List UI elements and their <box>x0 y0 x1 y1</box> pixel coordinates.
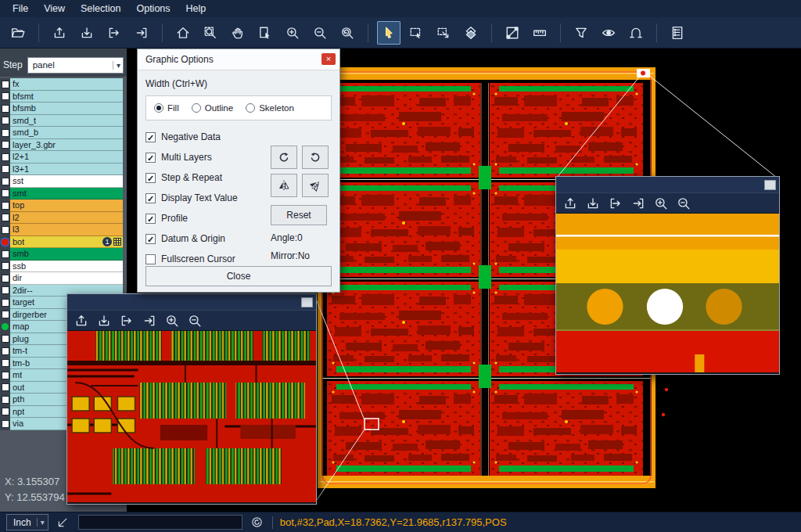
measure-line-icon[interactable] <box>501 21 524 45</box>
layer-color-bar[interactable]: l3 <box>10 224 123 236</box>
zoom-window-icon[interactable] <box>199 21 222 45</box>
layer-visibility-checkbox[interactable] <box>0 297 10 309</box>
select-transform-icon[interactable] <box>432 21 455 45</box>
report-icon[interactable] <box>666 21 689 45</box>
layer-visibility-checkbox[interactable] <box>0 175 10 188</box>
layer-visibility-checkbox[interactable] <box>0 418 10 430</box>
layer-color-bar[interactable]: bfsmb <box>10 102 123 115</box>
layer-row-bot[interactable]: bot1 <box>0 236 127 249</box>
layer-visibility-checkbox[interactable] <box>0 102 10 115</box>
menu-item-help[interactable]: Help <box>178 1 214 16</box>
layer-visibility-checkbox[interactable] <box>0 200 10 212</box>
layer-color-bar[interactable]: l3+1 <box>10 164 123 176</box>
overlay-icon[interactable] <box>459 21 483 45</box>
rotate-cw-button[interactable] <box>271 146 297 169</box>
popup-canvas[interactable] <box>67 331 316 502</box>
layer-color-bar[interactable]: fx <box>10 78 123 91</box>
step-select[interactable]: panel ▾ <box>27 57 124 74</box>
layer-visibility-checkbox[interactable] <box>0 212 10 225</box>
layer-color-bar[interactable]: top <box>10 200 123 212</box>
popup-canvas[interactable] <box>556 214 779 372</box>
radio-outline[interactable]: Outline <box>192 103 233 113</box>
import-icon[interactable] <box>562 196 578 211</box>
command-input[interactable] <box>78 515 242 530</box>
layer-row-smd-t[interactable]: smd_t <box>0 115 127 128</box>
layer-color-bar[interactable]: dir <box>10 272 123 285</box>
layer-row-smb[interactable]: smb <box>0 248 127 261</box>
layer-color-bar[interactable]: smd_b <box>10 127 123 139</box>
import-icon[interactable] <box>48 21 71 45</box>
layer-visibility-checkbox[interactable] <box>0 272 10 285</box>
load-in-icon[interactable] <box>119 313 135 329</box>
checkbox-profile[interactable]: ✓Profile <box>145 208 269 228</box>
zoom-in-icon[interactable] <box>164 313 180 329</box>
zoom-out-icon[interactable] <box>187 313 203 329</box>
layer-visibility-checkbox[interactable] <box>0 224 10 236</box>
minimize-button[interactable] <box>301 297 313 307</box>
rotate-ccw-button[interactable] <box>302 146 329 169</box>
open-icon[interactable] <box>6 21 30 45</box>
zoom-popup-bottom[interactable] <box>66 293 317 505</box>
layer-color-bar[interactable]: l2+1 <box>10 151 123 164</box>
layer-row-l3-1[interactable]: l3+1 <box>0 164 127 176</box>
layer-visibility-checkbox[interactable] <box>0 188 10 200</box>
checkbox-datum-origin[interactable]: ✓Datum & Origin <box>145 228 269 249</box>
layer-visibility-checkbox[interactable] <box>0 285 10 297</box>
layer-row-sst[interactable]: sst <box>0 175 127 188</box>
view-select-icon[interactable] <box>253 21 277 45</box>
layer-row-dir[interactable]: dir <box>0 272 127 285</box>
layer-row-ssb[interactable]: ssb <box>0 261 127 273</box>
refresh-icon[interactable] <box>250 515 265 530</box>
layer-row-l3[interactable]: l3 <box>0 224 127 236</box>
radio-fill[interactable]: Fill <box>154 103 179 113</box>
mirror-horizontal-button[interactable] <box>271 174 297 197</box>
layer-visibility-checkbox[interactable] <box>0 91 10 103</box>
layer-row-smd-b[interactable]: smd_b <box>0 127 127 139</box>
save-out-icon[interactable] <box>142 313 157 329</box>
minimize-button[interactable] <box>764 180 776 190</box>
layer-visibility-checkbox[interactable] <box>0 358 10 370</box>
layer-row-smt[interactable]: smt <box>0 188 127 200</box>
menu-item-file[interactable]: File <box>5 1 36 16</box>
unit-select[interactable]: Inch ▾ <box>6 514 48 530</box>
layer-visibility-checkbox[interactable] <box>0 248 10 261</box>
layer-row-layer-3-gbr[interactable]: layer_3.gbr <box>0 139 127 152</box>
layer-visibility-checkbox[interactable] <box>0 261 10 273</box>
mirror-diagonal-button[interactable] <box>302 174 329 197</box>
layer-marker-green[interactable] <box>0 321 10 333</box>
popup-titlebar[interactable] <box>67 294 316 310</box>
layer-visibility-checkbox[interactable] <box>0 333 10 346</box>
import-icon[interactable] <box>74 313 89 329</box>
menu-item-selection[interactable]: Selection <box>73 1 128 16</box>
filter-icon[interactable] <box>569 21 593 45</box>
layer-row-top[interactable]: top <box>0 200 127 212</box>
home-icon[interactable] <box>171 21 195 45</box>
layer-row-l2-1[interactable]: l2+1 <box>0 151 127 164</box>
checkbox-multi-layers[interactable]: ✓Multi Layers <box>145 147 269 167</box>
layer-color-bar[interactable]: bfsmt <box>10 91 123 103</box>
snap-icon[interactable] <box>624 21 648 45</box>
load-in-icon[interactable] <box>608 196 623 211</box>
layer-row-bfsmb[interactable]: bfsmb <box>0 102 127 115</box>
zoom-popup-right[interactable] <box>555 176 780 375</box>
load-in-icon[interactable] <box>102 21 126 45</box>
save-out-icon[interactable] <box>130 21 153 45</box>
pan-icon[interactable] <box>226 21 250 45</box>
layer-row-l2[interactable]: l2 <box>0 212 127 225</box>
export-icon[interactable] <box>96 313 112 329</box>
zoom-out-icon[interactable] <box>308 21 332 45</box>
layer-color-bar[interactable]: smd_t <box>10 115 123 128</box>
layer-visibility-checkbox[interactable] <box>0 394 10 406</box>
layer-visibility-checkbox[interactable] <box>0 369 10 382</box>
zoom-in-icon[interactable] <box>281 21 304 45</box>
dialog-close-icon[interactable]: × <box>321 53 336 65</box>
eye-icon[interactable] <box>597 21 620 45</box>
zoom-out-icon[interactable] <box>676 196 691 211</box>
checkbox-display-text-value[interactable]: ✓Display Text Value <box>145 188 269 208</box>
checkbox-negative-data[interactable]: ✓Negative Data <box>145 127 269 147</box>
layer-color-bar[interactable]: smb <box>10 248 123 261</box>
layer-visibility-checkbox[interactable] <box>0 115 10 128</box>
layer-marker-red[interactable] <box>0 236 10 249</box>
ruler-icon[interactable] <box>528 21 551 45</box>
layer-color-bar[interactable]: layer_3.gbr <box>10 139 123 152</box>
